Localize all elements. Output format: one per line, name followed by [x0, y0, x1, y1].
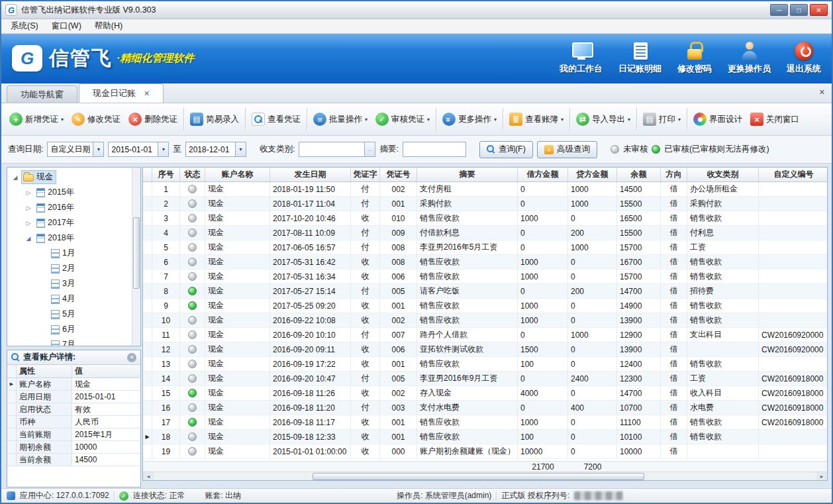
search-button[interactable]: 查询(F) [479, 141, 533, 158]
banner-action-operator[interactable]: 更换操作员 [728, 42, 771, 75]
menu-item[interactable]: 系统(S) [4, 19, 45, 33]
maximize-button[interactable]: □ [790, 4, 808, 16]
tree-item-m5[interactable]: 5月 [7, 307, 140, 322]
table-row[interactable]: 8现金2017-05-27 15:14付005请客户吃饭020014700借招待… [143, 284, 827, 299]
menu-item[interactable]: 帮助(H) [88, 19, 129, 33]
banner-action-journal[interactable]: 日记账明细 [618, 42, 662, 75]
tree-expander-icon[interactable]: ◢ [24, 235, 32, 242]
tree-item-m3[interactable]: 3月 [7, 276, 140, 291]
tree-scrollbar-thumb[interactable] [133, 217, 140, 289]
table-row[interactable]: ▶18现金2015-09-18 12:33收001销售应收款100010100借… [143, 430, 827, 444]
column-header[interactable]: 摘要 [417, 168, 518, 181]
tree-expander-icon[interactable]: ▷ [24, 189, 32, 196]
scroll-right-icon[interactable]: ► [816, 472, 827, 481]
column-header[interactable]: 贷方金额 [568, 168, 617, 181]
table-row[interactable]: 19现金2015-01-01 01:00:00收000账户期初余额建账（现金）1… [143, 444, 827, 459]
column-header[interactable]: 账户名称 [205, 168, 270, 181]
column-header[interactable]: 凭证字 [351, 168, 380, 181]
ellipsis-icon[interactable]: … [364, 142, 375, 156]
table-row[interactable]: 10现金2016-09-22 10:08收002销售应收款1000013900借… [143, 313, 827, 328]
table-row[interactable]: 6现金2017-05-31 16:42收008销售应收款1000016700借销… [143, 255, 827, 270]
summary-input[interactable] [403, 142, 466, 157]
table-row[interactable]: 11现金2016-09-20 10:10付007路丹个人借款0100012900… [143, 328, 827, 342]
tree-expander-icon[interactable]: ◢ [11, 174, 19, 181]
tree-item-m6[interactable]: 6月 [7, 322, 140, 337]
toolbar-import-export-button[interactable]: 导入导出▾ [572, 107, 634, 132]
chevron-down-icon[interactable]: ▼ [93, 142, 103, 156]
details-close-icon[interactable]: ✕ [127, 353, 136, 362]
tree-item-m1[interactable]: 1月 [7, 246, 140, 261]
tab-close-icon[interactable]: ✕ [144, 89, 150, 98]
tree-item-y2018[interactable]: ◢2018年 [7, 230, 140, 246]
column-header[interactable]: 自定义编号 [759, 168, 828, 181]
table-row[interactable]: 12现金2016-09-20 09:11收006亚拓软件测试收款15000139… [143, 342, 827, 357]
toolbar-print-button[interactable]: 打印▾ [639, 107, 685, 132]
category-input[interactable]: … [299, 142, 375, 157]
banner-action-password[interactable]: 修改密码 [677, 42, 712, 75]
column-header[interactable]: 余额 [617, 168, 661, 181]
column-header[interactable]: 收支类别 [687, 168, 759, 181]
tree-scrollbar[interactable] [132, 168, 140, 346]
advanced-search-button[interactable]: ≡ 高级查询 [537, 141, 597, 158]
minimize-button[interactable]: ─ [770, 4, 788, 16]
horizontal-scrollbar[interactable]: ◄ ► [143, 472, 827, 481]
chevron-down-icon[interactable]: ▼ [235, 142, 246, 156]
tree-item-y2016[interactable]: ▷2016年 [7, 200, 140, 215]
category-value[interactable] [299, 145, 364, 154]
toolbar-more-button[interactable]: 更多操作▾ [438, 107, 501, 132]
chevron-down-icon[interactable]: ▼ [158, 142, 168, 156]
column-header[interactable]: 凭证号 [380, 168, 417, 181]
menu-item[interactable]: 窗口(W) [45, 19, 88, 33]
close-button[interactable]: ✕ [810, 4, 828, 16]
tree-expander-icon[interactable]: ▷ [24, 205, 32, 211]
table-row[interactable]: 4现金2017-08-11 10:09付009付借款利息020015500借付利… [143, 226, 827, 240]
table-row[interactable]: 9现金2017-05-25 09:20收001销售应收款1000014900借销… [143, 299, 827, 313]
toolbar-batch-button[interactable]: 批量操作▾ [309, 107, 371, 132]
date-mode-value[interactable] [48, 145, 93, 154]
banner-action-exit[interactable]: 退出系统 [787, 42, 821, 75]
date-to-select[interactable]: ▼ [185, 142, 246, 157]
table-row[interactable]: 2现金2018-01-17 11:04付001采购付款0100015500借采购… [143, 197, 827, 211]
date-from-select[interactable]: ▼ [108, 142, 169, 157]
scroll-left-icon[interactable]: ◄ [143, 472, 154, 481]
table-row[interactable]: 13现金2016-09-19 17:22收001销售应收款100012400借销… [143, 357, 827, 372]
column-header[interactable]: 借方金额 [518, 168, 568, 181]
table-row[interactable]: 16现金2016-09-18 11:20付003支付水电费040010700借水… [143, 401, 827, 415]
column-header[interactable]: 发生日期 [270, 168, 351, 181]
tree-item-m2[interactable]: 2月 [7, 261, 140, 276]
toolbar-audit-button[interactable]: 审核凭证▾ [371, 107, 434, 132]
tab-nav[interactable]: 功能导航窗 [7, 85, 77, 103]
table-row[interactable]: 1现金2018-01-19 11:50付002支付房租0100014500借办公… [143, 182, 827, 197]
table-row[interactable]: 15现金2016-09-18 11:26收002存入现金4000014700借收… [143, 386, 827, 401]
table-row[interactable]: 5现金2017-06-05 16:57付008李亚男2016年5月工资01000… [143, 240, 827, 255]
toolbar-ui-design-button[interactable]: 界面设计 [689, 107, 746, 132]
date-from-value[interactable] [109, 145, 158, 154]
tree-item-m4[interactable]: 4月 [7, 291, 140, 307]
scrollbar-track[interactable] [154, 472, 816, 481]
tree-expander-icon[interactable]: ▷ [24, 220, 32, 227]
column-header[interactable]: 方向 [661, 168, 687, 181]
date-mode-select[interactable]: ▼ [47, 142, 104, 157]
tab-cash-journal[interactable]: 现金日记账✕ [79, 83, 164, 103]
table-row[interactable]: 14现金2016-09-20 10:47付005李亚男2016年9月工资0240… [143, 372, 827, 386]
column-header[interactable]: 序号 [152, 168, 180, 181]
column-header[interactable]: 状态 [180, 168, 205, 181]
toolbar-delete-button[interactable]: 删除凭证 [124, 107, 181, 132]
tree-item-y2017[interactable]: ▷2017年 [7, 215, 140, 230]
toolbar-add-button[interactable]: 新增凭证▾ [5, 107, 68, 132]
banner-action-workbench[interactable]: 我的工作台 [560, 42, 603, 75]
toolbar-edit-button[interactable]: 修改凭证 [68, 107, 124, 132]
table-row[interactable]: 7现金2017-05-31 16:34收006销售应收款1000015700借销… [143, 270, 827, 284]
table-row[interactable]: 3现金2017-10-20 10:46收010销售应收款1000016500借销… [143, 211, 827, 226]
tabbar-close-icon[interactable]: ✕ [819, 88, 825, 97]
scrollbar-thumb[interactable] [313, 473, 644, 480]
tree-item-cash[interactable]: ◢现金 [7, 170, 140, 185]
tree-item-y2015[interactable]: ▷2015年 [7, 185, 140, 200]
toolbar-close-window-button[interactable]: 关闭窗口 [746, 107, 803, 132]
toolbar-view-voucher-button[interactable]: 查看凭证 [248, 107, 305, 132]
tree-item-m7[interactable]: 7月 [7, 337, 140, 346]
toolbar-ledger-button[interactable]: 查看账簿▾ [505, 107, 567, 132]
date-to-value[interactable] [186, 145, 235, 154]
table-row[interactable]: 17现金2016-09-18 11:17收001销售应收款1000011100借… [143, 415, 827, 430]
toolbar-quick-entry-button[interactable]: 简易录入 [186, 107, 243, 132]
